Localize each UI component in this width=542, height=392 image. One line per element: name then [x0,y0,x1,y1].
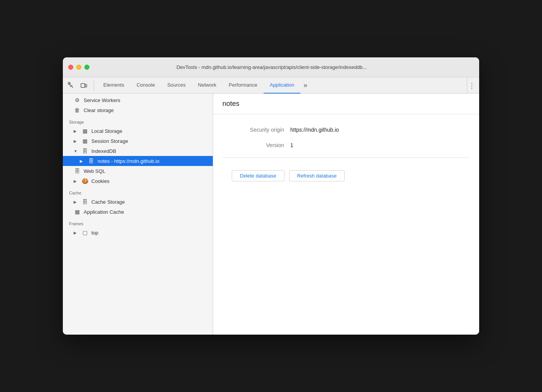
detail-panel: notes Security origin https://mdn.github… [213,94,479,335]
session-storage-arrow: ▶ [74,139,78,143]
cache-section-label: Cache [63,186,213,197]
devtools-menu-button[interactable]: ⋮ [467,77,476,94]
titlebar: DevTools - mdn.github.io/learning-area/j… [63,57,479,77]
window-title: DevTools - mdn.github.io/learning-area/j… [69,64,474,70]
devtools-window: DevTools - mdn.github.io/learning-area/j… [63,57,479,335]
version-row: Version 1 [222,142,470,148]
web-sql-icon: 🗄 [74,168,81,174]
device-icon[interactable] [78,80,89,91]
sidebar-item-clear-storage[interactable]: 🗑 Clear storage [63,105,213,115]
tab-performance[interactable]: Performance [222,77,263,94]
tab-application[interactable]: Application [264,77,301,94]
indexeddb-icon: 🗄 [81,148,88,154]
sidebar: ⚙ Service Workers 🗑 Clear storage Storag… [63,94,213,335]
local-storage-arrow: ▶ [74,129,78,133]
session-storage-icon: ▦ [81,138,88,144]
notes-db-icon: 🗄 [88,158,94,164]
toolbar-icons [66,80,94,91]
tabs-container: Elements Console Sources Network Perform… [97,77,467,94]
local-storage-icon: ▦ [81,128,88,134]
sidebar-item-cookies[interactable]: ▶ 🍪 Cookies [63,176,213,186]
sidebar-item-top-frame[interactable]: ▶ ▢ top [63,228,213,238]
frames-section-label: Frames [63,217,213,228]
top-frame-icon: ▢ [81,230,88,236]
version-value: 1 [290,142,293,148]
divider [222,157,470,158]
notes-db-arrow: ▶ [80,159,84,163]
detail-title: notes [222,100,470,108]
tab-network[interactable]: Network [192,77,223,94]
inspect-icon[interactable] [66,80,77,91]
sidebar-item-local-storage[interactable]: ▶ ▦ Local Storage [63,126,213,136]
cache-storage-icon: 🗄 [81,199,88,205]
application-cache-icon: ▦ [74,209,81,215]
tab-elements[interactable]: Elements [97,77,130,94]
tab-console[interactable]: Console [130,77,161,94]
sidebar-item-web-sql[interactable]: 🗄 Web SQL [63,166,213,176]
action-buttons: Delete database Refresh database [222,170,470,181]
security-origin-label: Security origin [222,127,284,133]
version-label: Version [222,142,284,148]
refresh-database-button[interactable]: Refresh database [289,170,345,181]
tab-sources[interactable]: Sources [161,77,192,94]
detail-body: Security origin https://mdn.github.io Ve… [213,114,479,335]
top-frame-arrow: ▶ [74,231,78,235]
more-tabs-button[interactable]: » [300,77,310,94]
service-workers-icon: ⚙ [74,97,81,103]
sidebar-item-application-cache[interactable]: ▦ Application Cache [63,207,213,217]
detail-header: notes [213,94,479,114]
storage-section-label: Storage [63,115,213,126]
svg-rect-1 [81,84,85,87]
delete-database-button[interactable]: Delete database [232,170,284,181]
sidebar-item-notes-db[interactable]: ▶ 🗄 notes - https://mdn.github.io [63,156,213,166]
cookies-icon: 🍪 [81,178,88,184]
toolbar: Elements Console Sources Network Perform… [63,77,479,94]
svg-rect-2 [85,84,87,87]
sidebar-item-session-storage[interactable]: ▶ ▦ Session Storage [63,136,213,146]
cookies-arrow: ▶ [74,179,78,183]
sidebar-item-indexeddb[interactable]: ▼ 🗄 IndexedDB [63,146,213,156]
sidebar-item-service-workers[interactable]: ⚙ Service Workers [63,95,213,105]
sidebar-item-cache-storage[interactable]: ▶ 🗄 Cache Storage [63,197,213,207]
security-origin-row: Security origin https://mdn.github.io [222,127,470,133]
cache-storage-arrow: ▶ [74,200,78,204]
indexeddb-arrow: ▼ [74,149,78,153]
security-origin-value: https://mdn.github.io [290,127,339,133]
main-content: ⚙ Service Workers 🗑 Clear storage Storag… [63,94,479,335]
trash-icon: 🗑 [74,107,81,113]
